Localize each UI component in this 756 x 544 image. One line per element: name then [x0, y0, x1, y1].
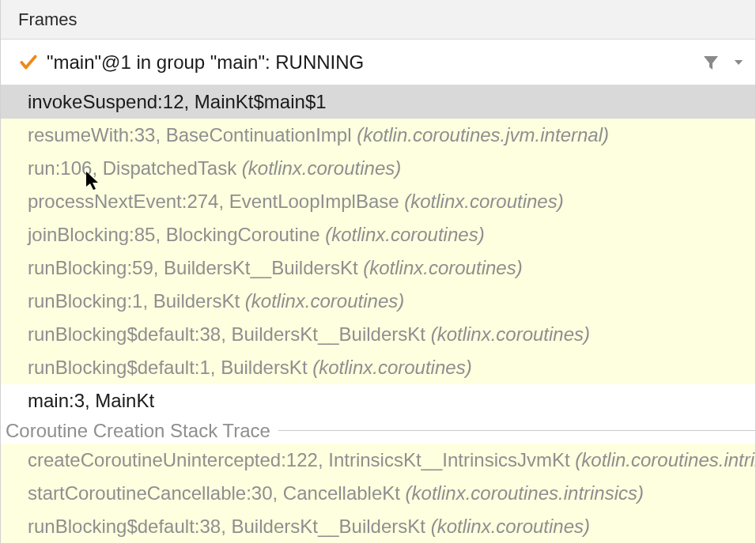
frame-package: (kotlinx.coroutines) [363, 257, 522, 278]
stack-frame[interactable]: main:3, MainKt [1, 384, 755, 417]
frame-text: createCoroutineUnintercepted:122, Intrin… [28, 449, 575, 470]
thread-selector[interactable]: "main"@1 in group "main": RUNNING [1, 40, 755, 85]
frame-package: (kotlin.coroutines.intrinsics) [575, 449, 755, 470]
frame-text: runBlocking:59, BuildersKt__BuildersKt [28, 257, 363, 278]
frame-text: runBlocking$default:38, BuildersKt__Buil… [28, 323, 431, 345]
tab-frames-label: Frames [18, 9, 77, 30]
stack-frame[interactable]: resumeWith:33, BaseContinuationImpl (kot… [1, 119, 755, 152]
frame-text: resumeWith:33, BaseContinuationImpl [28, 124, 357, 145]
frame-text: runBlocking:1, BuildersKt [28, 290, 245, 312]
tab-frames[interactable]: Frames [1, 0, 755, 40]
frame-package: (kotlin.coroutines.jvm.internal) [357, 124, 609, 145]
stack-frame[interactable]: runBlocking:1, BuildersKt (kotlinx.corou… [1, 285, 755, 318]
stack-frame[interactable]: runBlocking$default:1, BuildersKt (kotli… [1, 351, 755, 384]
frame-text: joinBlocking:85, BlockingCoroutine [28, 224, 325, 245]
frame-text: runBlocking$default:1, BuildersKt [28, 357, 312, 378]
stack-frame[interactable]: invokeSuspend:12, MainKt$main$1 [1, 85, 755, 119]
frame-package: (kotlinx.coroutines) [431, 516, 590, 537]
frame-package: (kotlinx.coroutines) [325, 224, 484, 245]
frame-package: (kotlinx.coroutines.intrinsics) [406, 482, 644, 504]
stack-frame[interactable]: run:106, DispatchedTask (kotlinx.corouti… [1, 152, 755, 185]
frames-panel: Frames "main"@1 in group "main": RUNNING… [0, 0, 756, 544]
separator-label: Coroutine Creation Stack Trace [6, 420, 270, 442]
frames-list[interactable]: invokeSuspend:12, MainKt$main$1resumeWit… [1, 85, 755, 543]
frame-text: invokeSuspend:12, MainKt$main$1 [28, 91, 327, 112]
frame-text: startCoroutineCancellable:30, Cancellabl… [28, 482, 406, 504]
stack-frame[interactable]: runBlocking:59, BuildersKt__BuildersKt (… [1, 251, 755, 285]
frame-text: main:3, MainKt [28, 390, 154, 411]
separator-line [278, 430, 755, 431]
frame-package: (kotlinx.coroutines) [242, 157, 401, 179]
frame-text: processNextEvent:274, EventLoopImplBase [28, 191, 404, 212]
stack-frame[interactable]: startCoroutineCancellable:30, Cancellabl… [1, 477, 755, 510]
frame-text: run:106, DispatchedTask [28, 157, 242, 179]
stack-frame[interactable]: processNextEvent:274, EventLoopImplBase … [1, 185, 755, 218]
chevron-down-icon[interactable] [731, 55, 746, 70]
frame-package: (kotlinx.coroutines) [404, 191, 563, 212]
stack-frame[interactable]: runBlocking$default:38, BuildersKt__Buil… [1, 318, 755, 351]
frame-package: (kotlinx.coroutines) [245, 290, 404, 312]
thread-text: "main"@1 in group "main": RUNNING [47, 51, 690, 74]
filter-icon[interactable] [701, 53, 720, 72]
stack-frame[interactable]: runBlocking$default:38, BuildersKt__Buil… [1, 510, 755, 543]
frame-package: (kotlinx.coroutines) [312, 357, 471, 378]
stack-frame[interactable]: createCoroutineUnintercepted:122, Intrin… [1, 444, 755, 477]
check-icon [18, 52, 39, 73]
frame-package: (kotlinx.coroutines) [431, 323, 590, 345]
creation-stack-separator: Coroutine Creation Stack Trace [1, 417, 755, 444]
stack-frame[interactable]: joinBlocking:85, BlockingCoroutine (kotl… [1, 218, 755, 251]
frame-text: runBlocking$default:38, BuildersKt__Buil… [28, 516, 431, 537]
